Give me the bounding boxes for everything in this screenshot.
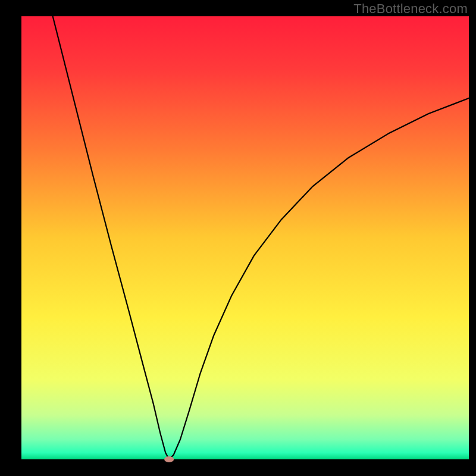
plot-background: [21, 16, 469, 459]
watermark: TheBottleneck.com: [353, 1, 468, 17]
chart-container: TheBottleneck.com: [0, 0, 476, 476]
minimum-marker: [164, 456, 174, 462]
bottleneck-chart: [0, 0, 476, 476]
